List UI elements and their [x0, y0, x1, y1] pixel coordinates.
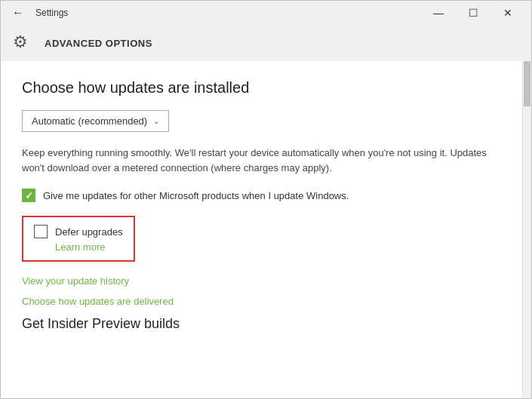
- scrollbar[interactable]: [522, 61, 531, 398]
- insider-preview-heading: Get Insider Preview builds: [22, 316, 501, 332]
- defer-upgrades-checkbox[interactable]: [34, 225, 48, 238]
- defer-checkbox-row: Defer upgrades: [34, 225, 123, 238]
- gear-icon: ⚙: [13, 32, 34, 54]
- learn-more-link[interactable]: Learn more: [55, 241, 123, 253]
- minimize-button[interactable]: —: [421, 1, 456, 25]
- maximize-button[interactable]: ☐: [456, 1, 490, 25]
- header-title: ADVANCED OPTIONS: [45, 38, 152, 49]
- defer-upgrades-label: Defer upgrades: [55, 226, 123, 238]
- description-text: Keep everything running smoothly. We'll …: [22, 146, 501, 175]
- scrollbar-thumb[interactable]: [524, 61, 530, 106]
- ms-products-label: Give me updates for other Microsoft prod…: [43, 190, 349, 201]
- ms-products-checkbox[interactable]: [22, 189, 35, 202]
- choose-update-delivery-link[interactable]: Choose how updates are delivered: [22, 296, 501, 307]
- defer-section: Defer upgrades Learn more: [22, 216, 135, 262]
- title-bar: ← Settings — ☐ ✕: [1, 1, 531, 25]
- close-button[interactable]: ✕: [490, 1, 525, 25]
- install-mode-dropdown[interactable]: Automatic (recommended) ⌄: [22, 110, 169, 132]
- header: ⚙ ADVANCED OPTIONS: [1, 25, 531, 61]
- title-bar-controls: — ☐ ✕: [421, 1, 525, 25]
- window: ← Settings — ☐ ✕ ⚙ ADVANCED OPTIONS Choo…: [0, 0, 532, 399]
- dropdown-arrow-icon: ⌄: [153, 117, 159, 125]
- ms-products-checkbox-row: Give me updates for other Microsoft prod…: [22, 189, 501, 202]
- dropdown-label: Automatic (recommended): [32, 115, 147, 127]
- main-content: Choose how updates are installed Automat…: [1, 61, 522, 398]
- title-bar-left: ← Settings: [7, 2, 68, 24]
- page-heading: Choose how updates are installed: [22, 79, 501, 97]
- content-area: Choose how updates are installed Automat…: [1, 61, 531, 398]
- title-bar-title: Settings: [35, 8, 68, 18]
- view-update-history-link[interactable]: View your update history: [22, 275, 501, 287]
- back-button[interactable]: ←: [7, 2, 29, 24]
